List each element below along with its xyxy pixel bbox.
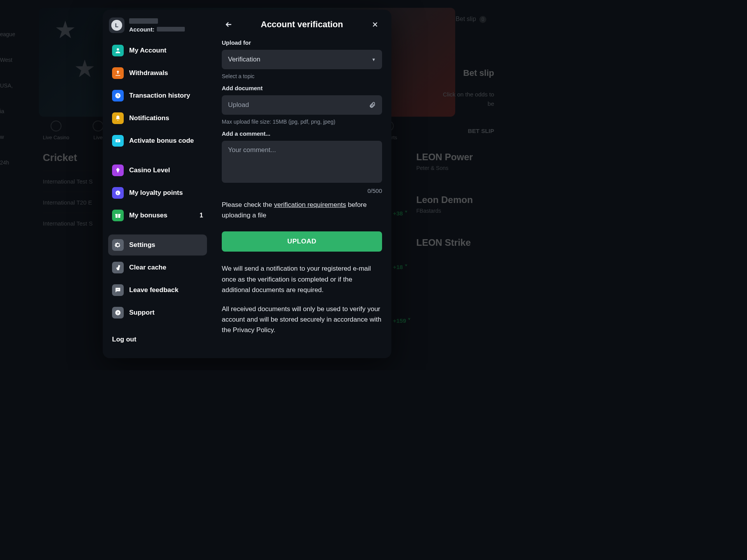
avatar-badge-icon: L [111,20,122,31]
info-text-1: We will send a notification to your regi… [222,263,382,295]
account-header: L Account: [108,15,207,40]
sidebar-item-label: My bonuses [129,212,194,219]
max-size-helper: Max upload file size: 15MB (jpg, pdf, pn… [222,119,382,125]
add-document-label: Add document [222,85,382,91]
svg-rect-8 [117,214,118,218]
char-counter: 0/500 [222,187,382,194]
sidebar-item-badge: 1 [200,212,203,219]
svg-point-0 [117,48,119,51]
close-button[interactable] [368,18,382,32]
bg-betslip-badge: 0 [479,16,486,23]
svg-text:?: ? [117,311,119,315]
sidebar-item-label: Support [129,309,203,317]
verification-topic-select[interactable]: Verification ▼ [222,50,382,69]
sidebar-item-label: Settings [129,241,203,249]
sidebar-item-clear-cache[interactable]: Clear cache [108,257,207,278]
sidebar-item-label: Casino Level [129,166,203,174]
svg-point-3 [117,140,119,142]
bell-icon [112,112,124,124]
bg-section-title: Cricket [43,152,101,164]
sidebar-item-support[interactable]: ?Support [108,302,207,323]
verification-requirements-link[interactable]: verification requirements [274,201,346,208]
sidebar-item-leave-feedback[interactable]: Leave feedback [108,280,207,301]
add-comment-label: Add a comment... [222,130,382,137]
svg-point-10 [117,289,118,290]
ticket-icon [112,135,124,147]
sidebar-item-notifications[interactable]: Notifications [108,108,207,129]
svg-point-11 [119,289,119,290]
sidebar-item-activate-bonus[interactable]: Activate bonus code [108,130,207,151]
sidebar-item-my-account[interactable]: My Account [108,40,207,61]
broom-icon [112,262,124,273]
diamond-icon [112,164,124,176]
sidebar-item-label: Transaction history [129,92,203,100]
upload-icon [112,67,124,79]
back-button[interactable] [222,18,236,32]
sidebar-item-my-bonuses[interactable]: My bonuses1 [108,205,207,226]
sidebar-item-transaction-history[interactable]: Transaction history [108,85,207,106]
sidebar-item-label: Clear cache [129,264,203,271]
avatar: L [109,18,124,33]
close-icon [371,21,379,28]
upload-button[interactable]: UPLOAD [222,231,382,252]
info-text-2: All received documents will only be used… [222,304,382,336]
attachment-icon [369,102,376,108]
sidebar-item-label: Withdrawals [129,69,203,77]
gift-icon [112,210,124,221]
help-icon: ? [112,307,124,318]
sidebar-item-settings[interactable]: Settings [108,234,207,256]
account-icon [112,45,124,56]
sidebar-item-label: My loyalty points [129,189,203,197]
sidebar-item-label: Leave feedback [129,286,203,294]
logout-button[interactable]: Log out [108,332,207,347]
upload-for-label: Upload for [222,39,382,46]
sidebar-item-label: My Account [129,47,203,54]
select-value: Verification [228,56,260,63]
upload-file-input[interactable]: Upload [222,95,382,115]
svg-text:L: L [117,191,119,195]
sidebar-item-withdrawals[interactable]: Withdrawals [108,63,207,84]
bg-betslip-label: Bet slip [456,16,476,22]
chat-icon [112,284,124,296]
badge-icon: L [112,187,124,199]
redacted-account-id [157,27,185,32]
gear-icon [112,239,124,251]
sidebar-item-loyalty-points[interactable]: LMy loyalty points [108,182,207,203]
arrow-left-icon [224,20,233,29]
modal-sidebar: L Account: My AccountWithdrawalsTransact… [103,10,212,358]
clock-icon [112,90,124,102]
sidebar-item-label: Activate bonus code [129,137,203,145]
sidebar-item-casino-level[interactable]: Casino Level [108,160,207,181]
sidebar-item-label: Notifications [129,114,203,122]
sidebar-menu: My AccountWithdrawalsTransaction history… [108,40,207,323]
select-topic-helper: Select a topic [222,73,382,79]
redacted-username [129,18,158,24]
upload-placeholder: Upload [228,101,249,109]
modal-main: Account verification Upload for Verifica… [212,10,391,358]
modal-title: Account verification [261,19,343,30]
account-verification-modal: L Account: My AccountWithdrawalsTransact… [103,10,391,358]
requirements-text: Please check the verification requiremen… [222,200,382,220]
account-label: Account: [129,26,154,33]
chevron-down-icon: ▼ [372,57,376,62]
svg-point-9 [117,289,117,290]
comment-textarea[interactable] [222,141,382,183]
